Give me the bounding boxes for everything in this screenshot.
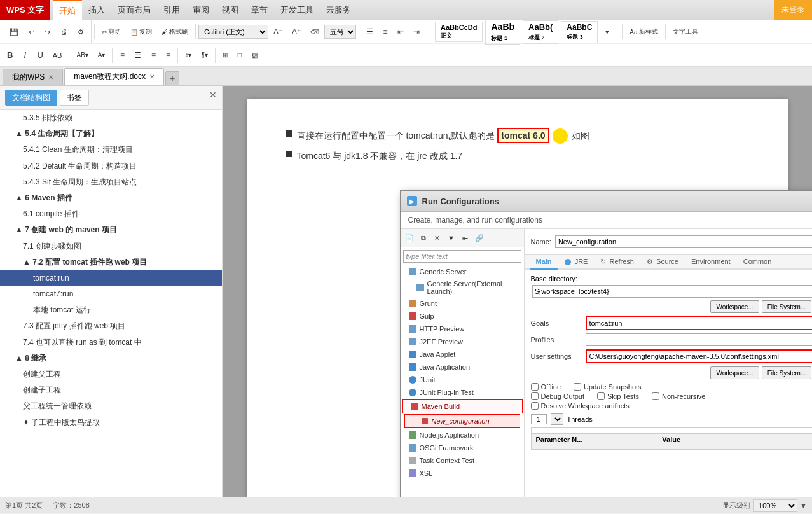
resolve-ws-checkbox[interactable]: [531, 402, 539, 410]
menu-insert[interactable]: 插入: [82, 0, 111, 20]
outline-item-54[interactable]: ▲ 5.4 生命周期【了解】: [0, 126, 222, 142]
duplicate-config-btn[interactable]: ⧉: [417, 232, 430, 244]
font-decrease-btn[interactable]: A⁻: [269, 24, 287, 40]
align-justify-btn[interactable]: ≡: [161, 47, 175, 64]
font-increase-btn[interactable]: A⁺: [287, 24, 305, 40]
tree-nodejs[interactable]: Node.js Application: [401, 429, 524, 441]
tree-j2ee-preview[interactable]: J2EE Preview: [401, 335, 524, 348]
print-button[interactable]: 🖨: [56, 24, 72, 40]
cb-resolve-ws[interactable]: Resolve Workspace artifacts: [531, 402, 630, 410]
tab-refresh[interactable]: ↻ Refresh: [594, 255, 640, 270]
outline-item-535[interactable]: 5.3.5 排除依赖: [0, 110, 222, 126]
italic-button[interactable]: I: [18, 47, 32, 64]
skip-tests-checkbox[interactable]: [597, 392, 605, 400]
bold-button[interactable]: B: [3, 47, 17, 64]
base-dir-input[interactable]: [532, 285, 813, 298]
sidebar-tab-outline[interactable]: 文档结构图: [5, 90, 57, 106]
cb-offline[interactable]: Offline: [531, 383, 561, 391]
line-spacing-btn[interactable]: ↕▾: [181, 47, 196, 64]
tree-generic-server[interactable]: Generic Server: [401, 265, 524, 278]
filesystem-btn-2[interactable]: File System...: [762, 366, 812, 379]
tools-button[interactable]: ⚙: [73, 24, 88, 40]
copy-button[interactable]: 📋 复制: [126, 24, 156, 40]
shading-btn[interactable]: ▧: [247, 47, 262, 64]
font-color-btn[interactable]: A▾: [93, 47, 110, 64]
indent-increase-btn[interactable]: ⇥: [409, 24, 424, 40]
align-center-btn[interactable]: ☰: [130, 47, 146, 64]
scroll-lock-btn[interactable]: 🔗: [473, 232, 486, 244]
outline-item-61[interactable]: 6.1 compile 插件: [0, 206, 222, 222]
tab-environment[interactable]: Environment: [685, 255, 737, 270]
tree-junit-plugin[interactable]: JUnit Plug-in Test: [401, 386, 524, 399]
sidebar-tab-bookmark[interactable]: 书签: [60, 90, 89, 106]
outline-item-542[interactable]: 5.4.2 Default 生命周期：构造项目: [0, 158, 222, 174]
cb-non-recursive[interactable]: Non-recursive: [652, 392, 705, 400]
tab-jre[interactable]: JRE: [558, 255, 595, 270]
tree-gulp[interactable]: Gulp: [401, 310, 524, 323]
style-h3[interactable]: AaBbC标题 3: [561, 21, 598, 43]
cut-button[interactable]: ✂ 剪切: [97, 24, 125, 40]
tab-source[interactable]: ⚙ Source: [640, 255, 685, 270]
menu-start[interactable]: 开始: [53, 0, 82, 20]
indent-decrease-btn[interactable]: ⇤: [393, 24, 408, 40]
list-ordered-btn[interactable]: ≡: [378, 24, 392, 40]
menu-reference[interactable]: 引用: [157, 0, 186, 20]
workspace-btn-2[interactable]: Workspace...: [710, 366, 759, 379]
outline-item-6[interactable]: ▲ 6 Maven 插件: [0, 190, 222, 206]
tree-osgi[interactable]: OSGi Framework: [401, 441, 524, 454]
name-input[interactable]: [555, 235, 812, 248]
workspace-btn-1[interactable]: Workspace...: [710, 300, 759, 313]
wps-logo[interactable]: WPS 文字: [0, 0, 50, 20]
table-btn[interactable]: ⊞: [218, 47, 232, 64]
outline-item-local-tomcat[interactable]: 本地 tomcat 运行: [0, 302, 222, 318]
outline-item-541[interactable]: 5.4.1 Clean 生命周期：清理项目: [0, 142, 222, 158]
highlight-btn[interactable]: AB▾: [72, 47, 92, 64]
cb-debug-output[interactable]: Debug Output: [531, 392, 585, 400]
outline-item-tomcat7run[interactable]: tomcat7:run: [0, 286, 222, 302]
tree-new-configuration[interactable]: New_configuration: [404, 414, 520, 428]
font-select[interactable]: Calibri (正文): [198, 25, 268, 39]
tab-mywps-close[interactable]: ✕: [48, 74, 53, 81]
outline-item-tomcatrun[interactable]: tomcat:run: [0, 270, 222, 286]
wenzhu-btn[interactable]: 文字工具: [668, 24, 703, 40]
new-config-btn[interactable]: 📄: [403, 232, 416, 244]
outline-item-extract-version[interactable]: ✦ 子工程中版太鸟提取: [0, 415, 222, 431]
list-unordered-btn[interactable]: ☰: [362, 24, 378, 40]
tab-mywps[interactable]: 我的WPS ✕: [3, 69, 63, 85]
underline-button[interactable]: U: [32, 47, 47, 64]
non-recursive-checkbox[interactable]: [652, 392, 659, 400]
tab-main[interactable]: Main: [530, 255, 558, 270]
zoom-select[interactable]: 100%: [753, 499, 797, 512]
strikethrough-button[interactable]: AB: [48, 47, 67, 64]
zoom-decrease-btn[interactable]: ▼: [800, 502, 807, 510]
style-h2[interactable]: AaBb(标题 2: [523, 20, 558, 44]
menu-view[interactable]: 视图: [216, 0, 245, 20]
login-button[interactable]: 未登录: [774, 0, 812, 20]
delete-config-btn[interactable]: ✕: [431, 232, 444, 244]
tree-junit[interactable]: JUnit: [401, 373, 524, 386]
outline-item-create-child[interactable]: 创建子工程: [0, 382, 222, 398]
save-button[interactable]: 💾: [5, 24, 23, 40]
tree-xsl[interactable]: XSL: [401, 467, 524, 480]
align-right-btn[interactable]: ≡: [146, 47, 160, 64]
outline-item-73[interactable]: 7.3 配置 jetty 插件跑 web 项目: [0, 318, 222, 334]
user-settings-input[interactable]: [586, 349, 813, 363]
menu-review[interactable]: 审阅: [186, 0, 216, 20]
outline-item-8[interactable]: ▲ 8 继承: [0, 351, 222, 366]
cb-update-snapshots[interactable]: Update Snapshots: [574, 383, 642, 391]
menu-layout[interactable]: 页面布局: [111, 0, 157, 20]
sidebar-close-button[interactable]: ✕: [209, 90, 217, 106]
tree-grunt[interactable]: Grunt: [401, 297, 524, 310]
outline-item-7[interactable]: ▲ 7 创建 web 的 maven 项目: [0, 222, 222, 238]
tree-maven-build[interactable]: Maven Build: [402, 399, 523, 413]
undo-button[interactable]: ↩: [24, 24, 39, 40]
new-style-btn[interactable]: Aa 新样式: [625, 24, 662, 40]
size-select[interactable]: 五号: [324, 25, 356, 39]
tab-maven-close[interactable]: ✕: [149, 73, 155, 80]
filter-input[interactable]: [403, 250, 521, 263]
offline-checkbox[interactable]: [531, 383, 539, 391]
style-h1[interactable]: AaBb标题 1: [485, 20, 520, 45]
menu-devtools[interactable]: 开发工具: [274, 0, 320, 20]
threads-dropdown[interactable]: [551, 413, 563, 425]
outline-item-72[interactable]: ▲ 7.2 配置 tomcat 插件跑 web 项目: [0, 254, 222, 270]
